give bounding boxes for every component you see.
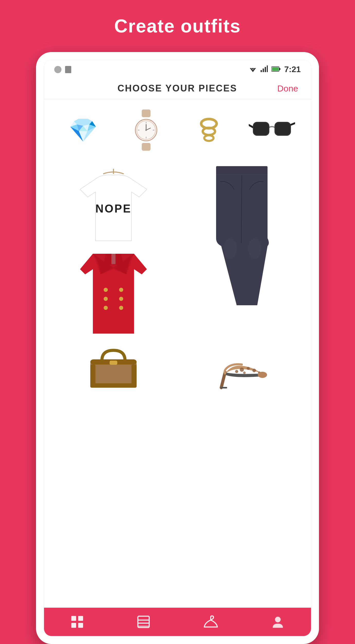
sunglasses-icon xyxy=(249,118,295,142)
svg-rect-9 xyxy=(272,67,279,71)
svg-rect-10 xyxy=(142,109,150,117)
blazer-icon xyxy=(80,254,147,334)
content-area: 💎 xyxy=(44,99,311,608)
jeans-icon xyxy=(214,166,270,305)
svg-point-38 xyxy=(104,297,108,301)
svg-rect-6 xyxy=(267,65,268,72)
accessories-row: 💎 xyxy=(44,99,311,161)
svg-point-42 xyxy=(119,306,123,310)
bag-icon xyxy=(88,345,139,389)
svg-point-52 xyxy=(240,368,244,372)
svg-point-57 xyxy=(243,371,246,374)
wifi-icon xyxy=(249,65,257,74)
signal-icon xyxy=(261,65,268,74)
svg-rect-8 xyxy=(279,68,280,70)
wardrobe-icon xyxy=(137,615,150,628)
tshirt-item[interactable]: NOPE xyxy=(49,161,177,251)
battery-icon xyxy=(271,65,281,74)
svg-point-54 xyxy=(252,369,256,372)
heels-item[interactable] xyxy=(177,339,306,395)
svg-point-19 xyxy=(145,129,147,131)
status-bar: 7:21 xyxy=(44,60,311,78)
nav-item-profile[interactable] xyxy=(271,615,284,628)
svg-point-67 xyxy=(275,617,281,622)
svg-rect-43 xyxy=(111,254,116,264)
earrings-item[interactable] xyxy=(177,104,241,156)
svg-point-39 xyxy=(104,306,108,310)
phone-screen: 7:21 CHOOSE YOUR PIECES Done 💎 xyxy=(44,60,311,636)
nav-item-grid[interactable] xyxy=(71,615,84,628)
svg-point-37 xyxy=(104,288,108,292)
svg-rect-20 xyxy=(142,143,150,151)
svg-rect-61 xyxy=(71,623,76,628)
svg-rect-49 xyxy=(90,383,137,388)
hanger-icon xyxy=(204,615,218,628)
header-title: CHOOSE YOUR PIECES xyxy=(77,83,277,94)
grid-icon xyxy=(71,615,84,628)
svg-point-40 xyxy=(119,288,123,292)
svg-rect-59 xyxy=(71,616,76,621)
nav-item-wardrobe[interactable] xyxy=(137,615,150,628)
svg-rect-26 xyxy=(275,122,290,135)
svg-rect-3 xyxy=(261,70,262,72)
heels-icon xyxy=(211,344,273,390)
done-button[interactable]: Done xyxy=(277,83,298,94)
svg-rect-46 xyxy=(110,361,117,365)
watch-icon xyxy=(132,109,160,151)
svg-point-23 xyxy=(204,135,214,141)
sunglasses-item[interactable] xyxy=(241,104,304,156)
header-bar: CHOOSE YOUR PIECES Done xyxy=(44,78,311,99)
svg-rect-63 xyxy=(138,616,149,628)
bottom-nav xyxy=(44,608,311,636)
status-sim-icon xyxy=(65,66,71,73)
svg-rect-32 xyxy=(216,166,268,175)
svg-line-24 xyxy=(249,125,253,128)
status-right: 7:21 xyxy=(249,65,301,74)
page-title: Create outfits xyxy=(114,15,241,37)
phone-frame: 7:21 CHOOSE YOUR PIECES Done 💎 xyxy=(36,52,319,644)
svg-point-53 xyxy=(247,367,250,370)
svg-rect-62 xyxy=(78,623,83,628)
tshirt-icon: NOPE xyxy=(80,169,147,246)
jeans-item[interactable] xyxy=(177,161,306,339)
svg-text:NOPE: NOPE xyxy=(95,202,131,215)
svg-point-55 xyxy=(235,370,238,373)
svg-point-58 xyxy=(258,372,267,378)
ring-icon: 💎 xyxy=(69,117,97,144)
nav-item-hanger[interactable] xyxy=(204,615,218,628)
svg-rect-60 xyxy=(78,616,83,621)
svg-line-50 xyxy=(221,372,225,388)
svg-point-35 xyxy=(224,238,237,259)
status-left xyxy=(54,66,71,73)
status-time: 7:21 xyxy=(284,65,301,74)
svg-rect-25 xyxy=(253,122,269,135)
bag-item[interactable] xyxy=(49,339,177,395)
svg-point-36 xyxy=(248,238,261,259)
svg-point-22 xyxy=(203,128,215,135)
status-circle-icon xyxy=(54,66,61,73)
ring-item[interactable]: 💎 xyxy=(52,104,115,156)
svg-rect-4 xyxy=(263,69,264,72)
svg-rect-5 xyxy=(265,67,266,72)
earrings-icon xyxy=(196,116,222,144)
watch-item[interactable] xyxy=(115,104,178,156)
svg-line-27 xyxy=(290,123,295,125)
blazer-item[interactable] xyxy=(49,251,177,339)
profile-icon xyxy=(271,615,284,628)
svg-point-41 xyxy=(119,297,123,301)
